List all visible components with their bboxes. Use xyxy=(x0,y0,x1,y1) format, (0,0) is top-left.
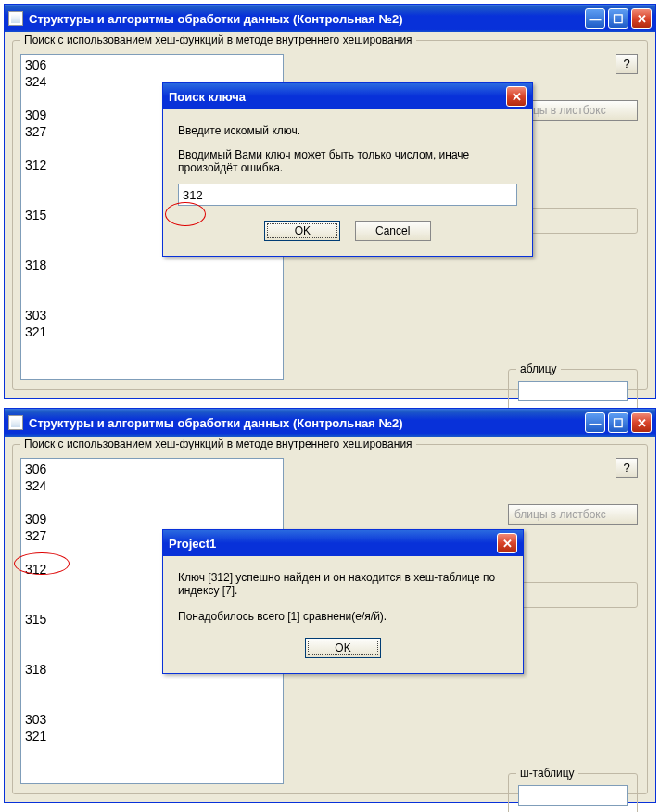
maximize-button[interactable]: ☐ xyxy=(608,412,628,433)
close-button[interactable]: ✕ xyxy=(631,412,652,433)
list-item[interactable] xyxy=(25,678,279,694)
list-item[interactable]: 306 xyxy=(25,57,279,73)
dialog-title: Project1 xyxy=(169,537,497,551)
minimize-button[interactable]: — xyxy=(585,8,605,29)
dialog-prompt-2: Вводимый Вами ключ может быть только чис… xyxy=(178,148,517,174)
dialog-title: Поиск ключа xyxy=(169,90,506,104)
list-item[interactable]: 321 xyxy=(25,324,279,340)
list-item[interactable] xyxy=(25,694,279,711)
list-item[interactable]: 318 xyxy=(25,257,279,273)
add-key-group-title: аблицу xyxy=(516,362,561,375)
ok-button[interactable]: OK xyxy=(264,221,340,241)
add-key-input[interactable] xyxy=(518,785,628,806)
main-window-1: Структуры и алгоритмы обработки данных (… xyxy=(4,4,656,399)
list-item[interactable]: 324 xyxy=(25,477,279,494)
window-title: Структуры и алгоритмы обработки данных (… xyxy=(29,416,585,430)
dialog-prompt-1: Введите искомый ключ. xyxy=(178,124,517,137)
app-icon xyxy=(8,415,23,430)
list-item[interactable]: 303 xyxy=(25,307,279,324)
main-window-2: Структуры и алгоритмы обработки данных (… xyxy=(4,408,656,803)
add-key-group: ш-таблицу Добавить xyxy=(508,773,638,812)
search-key-input[interactable] xyxy=(178,184,517,206)
add-key-input[interactable] xyxy=(518,381,628,401)
list-item[interactable]: 306 xyxy=(25,461,279,477)
dialog-close-button[interactable]: ✕ xyxy=(506,86,527,107)
titlebar[interactable]: Структуры и алгоритмы обработки данных (… xyxy=(5,409,655,437)
add-key-group-title: ш-таблицу xyxy=(516,767,578,780)
window-title: Структуры и алгоритмы обработки данных (… xyxy=(29,12,585,26)
cancel-button[interactable]: Cancel xyxy=(355,221,431,241)
list-item[interactable] xyxy=(25,494,279,511)
fill-listbox-button[interactable]: блицы в листбокс xyxy=(508,504,638,525)
minimize-button[interactable]: — xyxy=(585,412,605,433)
group-title: Поиск с использованием хеш-функций в мет… xyxy=(20,438,416,450)
dialog-message-2: Понадобилось всего [1] сравнени(е/я/й). xyxy=(178,610,508,623)
dialog-close-button[interactable]: ✕ xyxy=(497,533,517,553)
list-item[interactable] xyxy=(25,273,279,290)
search-key-dialog: Поиск ключа ✕ Введите искомый ключ. Ввод… xyxy=(162,82,533,257)
app-icon xyxy=(8,11,23,26)
dialog-titlebar[interactable]: Project1 ✕ xyxy=(163,530,523,556)
list-item[interactable]: 309 xyxy=(25,511,279,527)
client-area: Поиск с использованием хеш-функций в мет… xyxy=(5,32,655,398)
dialog-message-1: Ключ [312] успешно найден и он находится… xyxy=(178,571,508,597)
list-item[interactable]: 321 xyxy=(25,728,279,744)
maximize-button[interactable]: ☐ xyxy=(608,8,628,29)
result-dialog: Project1 ✕ Ключ [312] успешно найден и о… xyxy=(162,529,524,674)
dialog-titlebar[interactable]: Поиск ключа ✕ xyxy=(163,83,532,109)
list-item[interactable] xyxy=(25,290,279,307)
group-title: Поиск с использованием хеш-функций в мет… xyxy=(20,33,416,46)
ok-button[interactable]: OK xyxy=(305,638,381,658)
fill-listbox-button[interactable]: цы в листбокс xyxy=(527,100,638,121)
titlebar[interactable]: Структуры и алгоритмы обработки данных (… xyxy=(5,5,655,32)
help-button[interactable]: ? xyxy=(616,54,638,74)
close-button[interactable]: ✕ xyxy=(631,8,652,29)
help-button[interactable]: ? xyxy=(616,458,638,478)
client-area: Поиск с использованием хеш-функций в мет… xyxy=(5,437,655,802)
list-item[interactable]: 303 xyxy=(25,711,279,728)
